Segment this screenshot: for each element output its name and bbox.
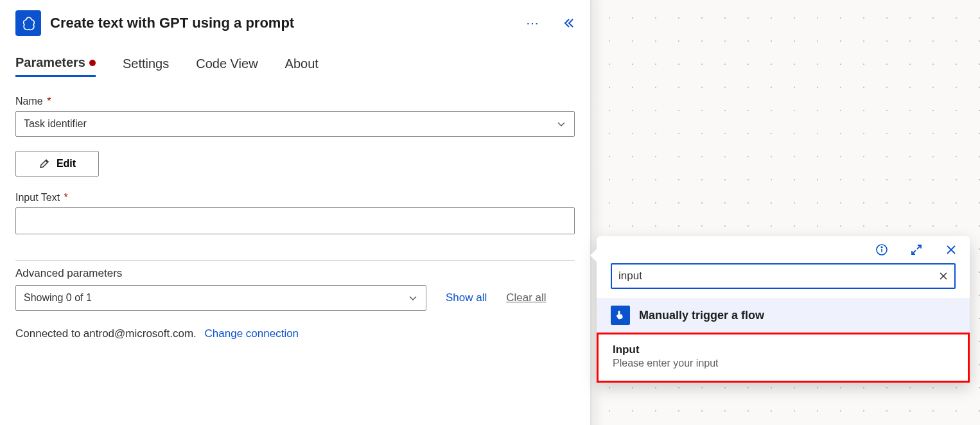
action-config-panel: Create text with GPT using a prompt ⋯ Pa… xyxy=(0,0,591,425)
openai-icon xyxy=(15,10,41,36)
error-indicator-icon xyxy=(89,60,96,66)
advanced-params-label: Advanced parameters xyxy=(15,267,575,280)
tab-settings[interactable]: Settings xyxy=(123,55,169,77)
tab-label: Settings xyxy=(123,56,169,71)
trigger-group[interactable]: Manually trigger a flow xyxy=(597,298,970,333)
hand-tap-icon xyxy=(611,306,630,325)
clear-all-link[interactable]: Clear all xyxy=(506,291,546,304)
edit-button-label: Edit xyxy=(57,158,76,169)
search-input[interactable] xyxy=(618,270,939,282)
tab-label: Code View xyxy=(196,56,258,71)
close-icon[interactable] xyxy=(944,243,958,257)
advanced-params-row: Showing 0 of 1 Show all Clear all xyxy=(15,285,575,311)
edit-button[interactable]: Edit xyxy=(15,151,99,177)
required-asterisk: * xyxy=(47,96,51,107)
dynamic-content-result[interactable]: Input Please enter your input xyxy=(597,333,970,383)
chevron-down-icon xyxy=(556,119,566,129)
clear-search-icon[interactable] xyxy=(939,272,948,281)
tab-label: About xyxy=(285,56,319,71)
dynamic-content-search[interactable] xyxy=(611,263,956,289)
tab-about[interactable]: About xyxy=(285,55,319,77)
result-description: Please enter your input xyxy=(613,358,954,369)
tab-code-view[interactable]: Code View xyxy=(196,55,258,77)
dynamic-content-popup: Manually trigger a flow Input Please ent… xyxy=(597,236,970,383)
flow-canvas[interactable]: Manually trigger a flow Input Please ent… xyxy=(591,0,980,425)
info-icon[interactable] xyxy=(875,243,889,257)
tab-parameters[interactable]: Parameters xyxy=(15,55,96,77)
input-text-label: Input Text * xyxy=(15,192,575,204)
collapse-panel-button[interactable] xyxy=(562,17,575,30)
popup-toolbar xyxy=(597,236,970,261)
result-title: Input xyxy=(613,343,954,356)
change-connection-link[interactable]: Change connection xyxy=(205,327,299,340)
tab-label: Parameters xyxy=(15,55,85,70)
panel-header: Create text with GPT using a prompt ⋯ xyxy=(15,10,575,36)
dropdown-value: Showing 0 of 1 xyxy=(24,292,92,304)
group-title: Manually trigger a flow xyxy=(639,309,764,322)
required-asterisk: * xyxy=(64,192,68,203)
show-all-link[interactable]: Show all xyxy=(446,291,487,304)
label-text: Name xyxy=(15,96,43,107)
section-divider xyxy=(15,260,575,261)
name-dropdown[interactable]: Task identifier xyxy=(15,111,575,137)
dropdown-value: Task identifier xyxy=(24,118,87,130)
more-options-button[interactable]: ⋯ xyxy=(526,15,540,31)
input-text-field[interactable] xyxy=(15,207,575,234)
tab-list: Parameters Settings Code View About xyxy=(15,55,575,78)
pencil-icon xyxy=(39,158,50,169)
label-text: Input Text xyxy=(15,192,60,203)
svg-point-2 xyxy=(881,247,882,248)
advanced-params-dropdown[interactable]: Showing 0 of 1 xyxy=(15,285,426,311)
action-title: Create text with GPT using a prompt xyxy=(50,15,517,31)
chevron-down-icon xyxy=(408,293,418,303)
expand-icon[interactable] xyxy=(909,243,923,257)
connection-status: Connected to antrod@microsoft.com. Chang… xyxy=(15,327,575,340)
name-field-label: Name * xyxy=(15,96,575,107)
connection-text: Connected to antrod@microsoft.com. xyxy=(15,327,197,340)
